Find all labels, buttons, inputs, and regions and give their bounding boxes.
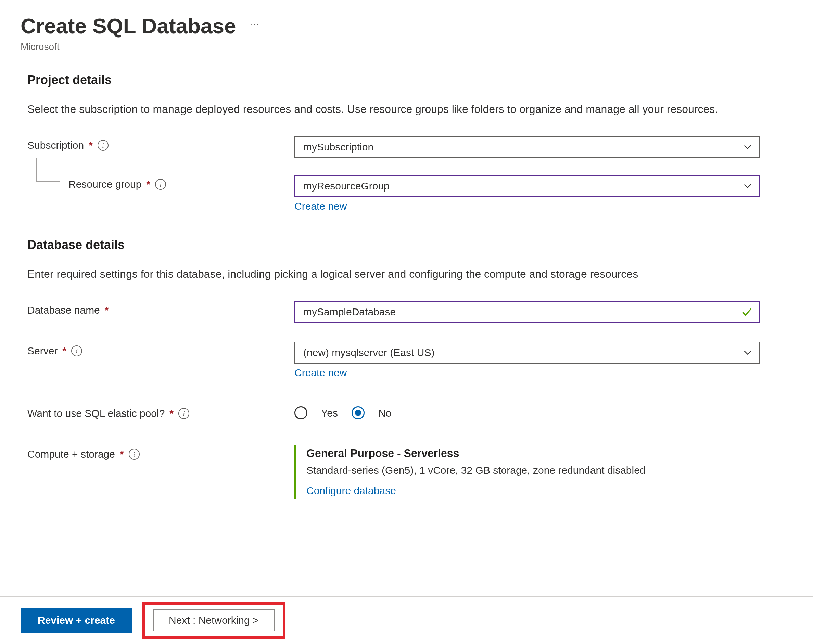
- compute-tier-title: General Purpose - Serverless: [306, 447, 760, 460]
- page-title: Create SQL Database: [20, 14, 236, 38]
- database-details-heading: Database details: [28, 238, 793, 252]
- chevron-down-icon: [743, 348, 752, 357]
- project-details-heading: Project details: [28, 73, 793, 87]
- elastic-pool-yes-radio[interactable]: [295, 406, 307, 419]
- info-icon[interactable]: i: [98, 140, 109, 151]
- resource-group-value: myResourceGroup: [303, 180, 390, 192]
- create-new-server-link[interactable]: Create new: [295, 367, 347, 379]
- create-new-resource-group-link[interactable]: Create new: [295, 200, 347, 212]
- server-dropdown[interactable]: (new) mysqlserver (East US): [295, 342, 760, 364]
- database-name-value: mySampleDatabase: [303, 306, 396, 318]
- database-name-input[interactable]: mySampleDatabase: [295, 301, 760, 323]
- info-icon[interactable]: i: [155, 179, 166, 190]
- required-marker: *: [146, 179, 150, 190]
- subscription-value: mySubscription: [303, 141, 373, 153]
- subscription-label: Subscription: [28, 139, 84, 151]
- info-icon[interactable]: i: [71, 346, 82, 356]
- elastic-pool-no-label: No: [378, 407, 391, 419]
- page-subtitle: Microsoft: [20, 41, 793, 52]
- subscription-dropdown[interactable]: mySubscription: [295, 136, 760, 158]
- elastic-pool-no-radio[interactable]: [351, 406, 365, 419]
- highlight-annotation: Next : Networking >: [143, 602, 285, 638]
- compute-tier-detail: Standard-series (Gen5), 1 vCore, 32 GB s…: [306, 465, 760, 476]
- configure-database-link[interactable]: Configure database: [306, 485, 396, 497]
- project-details-description: Select the subscription to manage deploy…: [28, 101, 733, 117]
- required-marker: *: [62, 345, 66, 357]
- required-marker: *: [105, 304, 109, 316]
- server-value: (new) mysqlserver (East US): [303, 347, 434, 358]
- required-marker: *: [169, 408, 173, 419]
- resource-group-dropdown[interactable]: myResourceGroup: [295, 175, 760, 197]
- chevron-down-icon: [743, 142, 752, 152]
- next-networking-button[interactable]: Next : Networking >: [153, 609, 275, 631]
- tree-connector: [36, 158, 60, 182]
- review-create-button[interactable]: Review + create: [20, 608, 132, 633]
- compute-storage-summary: General Purpose - Serverless Standard-se…: [295, 445, 760, 499]
- more-button[interactable]: ···: [250, 18, 259, 34]
- elastic-pool-yes-label: Yes: [321, 407, 338, 419]
- elastic-pool-label: Want to use SQL elastic pool?: [28, 408, 165, 419]
- footer-bar: Review + create Next : Networking >: [0, 596, 813, 644]
- chevron-down-icon: [743, 181, 752, 191]
- required-marker: *: [120, 448, 124, 460]
- server-label: Server: [28, 345, 58, 357]
- info-icon[interactable]: i: [178, 408, 189, 419]
- check-icon: [741, 306, 752, 317]
- resource-group-label: Resource group: [69, 179, 141, 190]
- required-marker: *: [89, 139, 93, 151]
- database-details-description: Enter required settings for this databas…: [28, 266, 733, 282]
- database-name-label: Database name: [28, 304, 100, 316]
- info-icon[interactable]: i: [129, 449, 140, 460]
- compute-storage-label: Compute + storage: [28, 448, 115, 460]
